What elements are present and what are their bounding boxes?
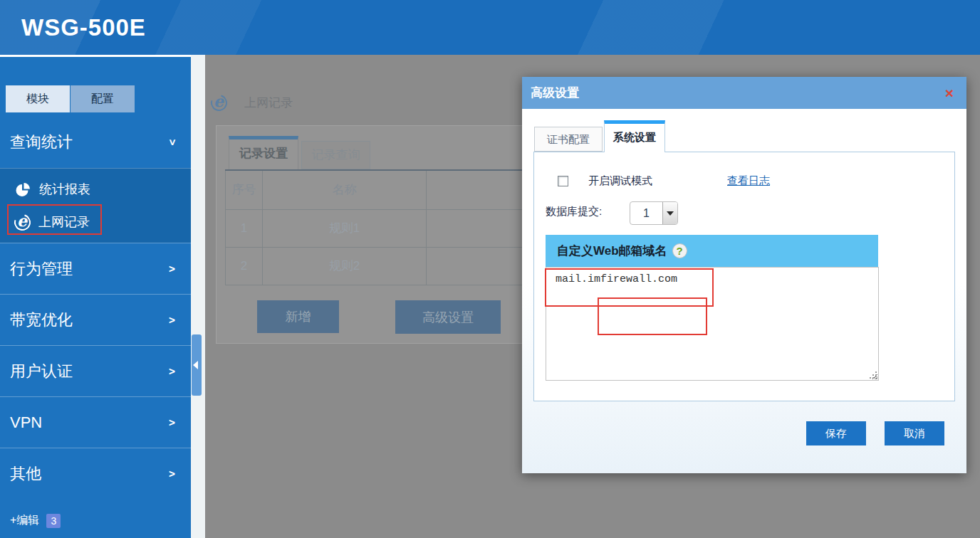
cancel-button[interactable]: 取消 — [885, 421, 944, 445]
tab-system-settings[interactable]: 系统设置 — [604, 120, 665, 152]
sidebar-item-label: 其他 — [10, 463, 41, 485]
view-log-link[interactable]: 查看日志 — [727, 174, 770, 188]
chevron-right-icon: > — [169, 314, 175, 327]
cell-no: 2 — [226, 247, 263, 285]
tab-certificate-config[interactable]: 证书配置 — [534, 127, 603, 152]
sidebar-item-label: VPN — [10, 413, 42, 432]
chevron-right-icon: > — [169, 468, 175, 480]
chevron-right-icon: > — [169, 416, 175, 429]
sidebar-item-label: 用户认证 — [10, 361, 73, 382]
page: WSG-500E 模块 配置 查询统计 > 统计报表 e — [0, 0, 980, 538]
modal-title: 高级设置 — [531, 85, 579, 101]
cell-no: 1 — [226, 209, 263, 247]
debug-mode-label: 开启调试模式 — [588, 174, 652, 188]
sidebar-item-user-auth[interactable]: 用户认证 > — [0, 345, 191, 396]
edit-count-badge: 3 — [46, 514, 61, 528]
sidebar-item-vpn[interactable]: VPN > — [0, 396, 191, 448]
column-header-no: 序号 — [226, 170, 263, 209]
cell-name: 规则2 — [263, 247, 427, 285]
sidebar-item-label: 统计报表 — [39, 181, 90, 198]
advanced-settings-button[interactable]: 高级设置 — [395, 300, 501, 334]
pie-chart-icon — [14, 181, 31, 198]
ie-browser-icon: e — [14, 214, 31, 231]
sidebar-item-others[interactable]: 其他 > — [0, 448, 191, 499]
mailbox-section-bar: 自定义Web邮箱域名 ? — [546, 235, 878, 267]
system-settings-panel: 开启调试模式 查看日志 数据库提交: 1 自定义Web邮箱域名 ? mail.i… — [533, 152, 955, 401]
sidebar-collapse-handle[interactable] — [192, 334, 202, 396]
sidebar-gap — [191, 55, 205, 538]
sidebar-item-internet-records[interactable]: e 上网记录 — [0, 206, 191, 238]
page-title-row: e 上网记录 — [211, 95, 293, 111]
sidebar-item-bandwidth-opt[interactable]: 带宽优化 > — [0, 294, 191, 345]
chevron-right-icon: > — [169, 263, 175, 275]
help-icon[interactable]: ? — [672, 243, 687, 258]
sidebar: 模块 配置 查询统计 > 统计报表 e 上网记录 — [0, 55, 191, 538]
advanced-settings-modal: 高级设置 × 证书配置 系统设置 开启调试模式 查看日志 数据库提交: 1 自定… — [522, 77, 966, 473]
cell-name: 规则1 — [263, 209, 427, 247]
sidebar-edit-row: +编辑 3 — [10, 513, 61, 528]
close-icon[interactable]: × — [945, 86, 954, 100]
chevron-right-icon: > — [169, 365, 175, 378]
sidebar-menu: 查询统计 > 统计报表 e 上网记录 行为管理 > — [0, 117, 191, 499]
debug-mode-checkbox[interactable] — [558, 176, 568, 186]
sidebar-item-query-stats[interactable]: 查询统计 > — [0, 117, 191, 168]
sidebar-tab-config[interactable]: 配置 — [71, 85, 135, 112]
save-button[interactable]: 保存 — [806, 421, 866, 445]
resize-grip-icon[interactable] — [870, 371, 877, 379]
app-title: WSG-500E — [0, 14, 146, 41]
sidebar-item-stats-report[interactable]: 统计报表 — [0, 173, 191, 206]
chevron-down-icon: > — [165, 139, 178, 145]
tab-record-settings[interactable]: 记录设置 — [229, 136, 298, 169]
mailbox-section-title: 自定义Web邮箱域名 — [557, 243, 667, 259]
db-submit-value: 1 — [630, 202, 662, 224]
ie-browser-icon: e — [211, 95, 227, 111]
add-button[interactable]: 新增 — [257, 300, 339, 333]
sidebar-item-label: 行为管理 — [10, 258, 73, 280]
sidebar-item-behavior-mgmt[interactable]: 行为管理 > — [0, 243, 191, 294]
page-title: 上网记录 — [244, 95, 293, 111]
tab-record-query[interactable]: 记录查询 — [301, 141, 370, 169]
db-submit-select[interactable]: 1 — [630, 201, 678, 225]
app-header: WSG-500E — [0, 0, 980, 55]
mailbox-domains-textarea[interactable]: mail.imfirewall.com — [546, 267, 879, 381]
edit-link[interactable]: +编辑 — [10, 513, 39, 528]
sidebar-tabs: 模块 配置 — [6, 85, 191, 112]
sidebar-tab-modules[interactable]: 模块 — [6, 85, 70, 112]
db-submit-label: 数据库提交: — [546, 205, 602, 218]
dropdown-arrow-icon[interactable] — [662, 202, 677, 224]
column-header-name: 名称 — [263, 170, 427, 209]
modal-header: 高级设置 × — [522, 77, 966, 109]
sidebar-item-label: 上网记录 — [38, 213, 90, 231]
sidebar-submenu: 统计报表 e 上网记录 — [0, 168, 191, 243]
sidebar-item-label: 查询统计 — [10, 132, 73, 153]
sidebar-item-label: 带宽优化 — [10, 310, 73, 331]
